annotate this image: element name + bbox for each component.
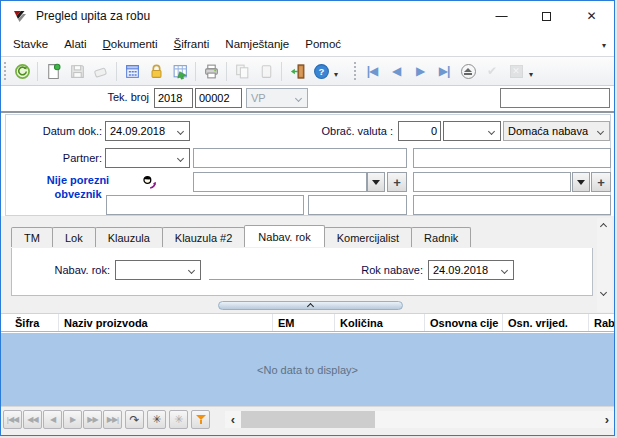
obrac-valuta-field[interactable]: 0 [398,121,441,141]
rok-nabave-value: 24.09.2018 [433,264,488,276]
partner-address-dropdown-button[interactable] [367,172,385,192]
grid-body[interactable]: <No data to display> [1,333,614,406]
column-header-osn-vrijed[interactable]: Osn. vrijed. [503,314,589,331]
scroll-up-icon[interactable] [600,223,607,230]
export-table-button[interactable] [168,59,192,83]
horizontal-scrollbar[interactable]: ‹ › [225,411,615,428]
chevron-down-icon [188,266,195,273]
toolbar-grip[interactable] [354,62,356,80]
detail-tab-section: TM Lok Klauzula Klauzula #2 Nabav. rok K… [1,216,614,313]
tab-radnik[interactable]: Radnik [411,227,471,247]
column-header-osnovna-cijena[interactable]: Osnovna cije [425,314,503,331]
postal-code-field[interactable] [308,195,407,215]
menu-overflow-arrow-icon[interactable]: ▾ [602,41,606,50]
save-button [65,59,89,83]
nabav-rok-description-field[interactable] [209,279,414,280]
menu-alati[interactable]: Alati [56,35,94,53]
lock-icon [148,63,165,80]
document-number-value: 00002 [199,92,230,104]
tab-komercijalist[interactable]: Komercijalist [324,227,412,247]
partner-label: Partner: [20,152,102,164]
maximize-button[interactable] [524,1,569,31]
scroll-right-icon[interactable]: › [599,411,615,428]
help-button[interactable]: ? [309,59,333,83]
first-record-button[interactable]: |◀ [360,59,384,83]
menu-bar: Stavke Alati Dokumenti Šifranti Namješta… [1,31,614,56]
no-data-message: <No data to display> [257,364,358,376]
calculator-button[interactable] [120,59,144,83]
document-number-field[interactable]: 00002 [195,88,242,108]
tab-section-scrollbar[interactable] [597,218,612,312]
toolbar-dropdown-arrow-icon[interactable]: ▾ [334,70,338,79]
column-header-rabat[interactable]: Rab [589,314,614,331]
scroll-down-icon[interactable] [600,289,607,296]
partner-address-combo-field[interactable] [193,172,367,192]
close-button[interactable]: ✕ [569,1,614,31]
year-field[interactable]: 2018 [154,88,193,108]
last-record-button[interactable]: ▶| [432,59,456,83]
grid-header: Šifra Naziv proizvoda EM Količina Osnovn… [1,313,614,332]
menu-dokumenti-rest: okumenti [111,38,158,50]
delivery-address-combo-field[interactable] [413,172,571,192]
app-logo-icon [12,8,28,24]
delivery-address-dropdown-button[interactable] [572,172,590,192]
column-header-naziv-proizvoda[interactable]: Naziv proizvoda [59,314,273,331]
new-document-button[interactable] [41,59,65,83]
scrollbar-thumb[interactable] [241,411,375,428]
filter-funnel-icon [196,415,206,424]
exit-button[interactable] [285,59,309,83]
scroll-left-icon[interactable]: ‹ [225,411,241,428]
menu-sifranti[interactable]: Šifranti [166,35,218,53]
print-button[interactable] [199,59,223,83]
toolbar-grip[interactable] [4,62,6,80]
column-header-kolicina[interactable]: Količina [335,314,425,331]
menu-dokumenti[interactable]: Dokumenti [95,35,166,53]
grid-filter-button[interactable] [191,410,210,429]
lock-button[interactable] [144,59,168,83]
chevron-down-icon [597,127,604,134]
datum-dok-combo[interactable]: 24.09.2018 [105,121,190,141]
next-record-button[interactable]: ▶ [408,59,432,83]
menu-namjestanje[interactable]: Namještanje [217,35,297,53]
refresh-button[interactable] [10,59,34,83]
partner-address-add-button[interactable]: + [387,172,407,192]
previous-record-button[interactable]: ◀ [384,59,408,83]
copy-icon [234,63,251,80]
menu-pomoc[interactable]: Pomoć [297,35,349,53]
window-bottom-edge [1,431,614,436]
rok-nabave-combo[interactable]: 24.09.2018 [428,260,514,280]
delivery-address-add-button[interactable]: + [591,172,611,192]
valuta-combo[interactable] [443,121,501,141]
tab-klauzula[interactable]: Klauzula [95,227,163,247]
partner-code-combo[interactable] [105,148,190,168]
city-field[interactable] [106,195,304,215]
tab-tm[interactable]: TM [11,227,53,247]
partner-name-field[interactable] [193,148,407,168]
tab-klauzula-2[interactable]: Klauzula #2 [162,227,246,247]
grid-insert-copy-button: ✳ [169,410,188,429]
grid-insert-button[interactable]: ✳ [147,410,166,429]
column-header-em[interactable]: EM [273,314,335,331]
toolbar-separator [37,62,38,81]
tab-nabav-rok[interactable]: Nabav. rok [244,225,324,247]
grid-next-page-icon: ▶▶ [87,415,97,424]
detail-tabs: TM Lok Klauzula Klauzula #2 Nabav. rok K… [11,225,470,247]
export-table-icon [172,63,189,80]
toolbar-dropdown-arrow-icon[interactable]: ▾ [529,70,533,79]
minimize-button[interactable]: — [479,1,524,31]
toolbar-separator [281,62,282,81]
partner-person-icon[interactable] [141,174,158,191]
menu-stavke[interactable]: Stavke [5,35,56,53]
tab-lok[interactable]: Lok [52,227,96,247]
grid-refresh-button[interactable]: ↷ [125,410,144,429]
splitter-handle[interactable] [218,301,403,310]
datum-dok-label: Datum dok.: [20,125,102,137]
reference-field[interactable] [500,88,610,108]
eject-button[interactable] [456,59,480,83]
delivery-city-field[interactable] [413,195,611,215]
nabava-type-combo[interactable]: Domaća nabava [503,121,610,141]
confirm-button: ✔ [480,59,504,83]
column-header-sifra[interactable]: Šifra [1,314,59,331]
nabav-rok-combo[interactable] [115,260,201,280]
delivery-name-field[interactable] [413,148,611,168]
